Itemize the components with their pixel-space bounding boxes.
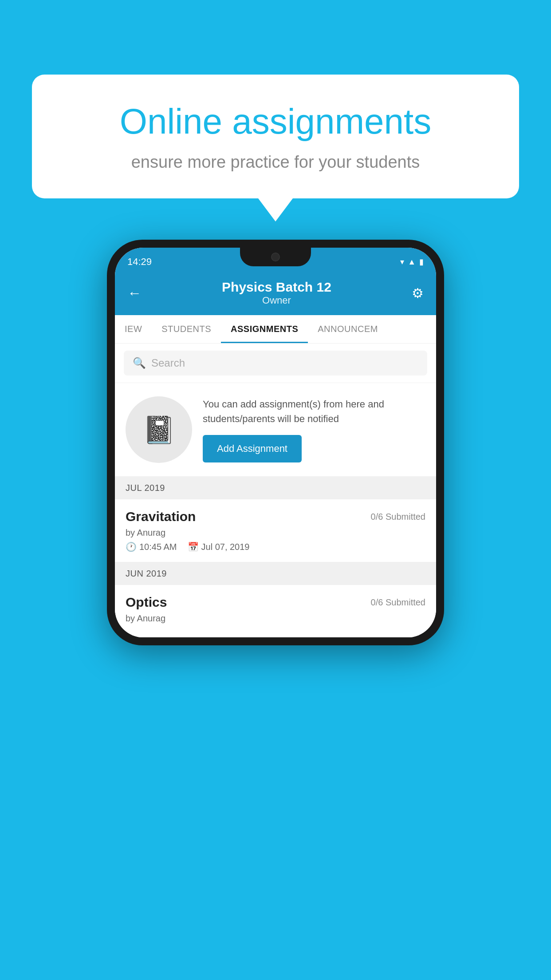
tab-assignments[interactable]: ASSIGNMENTS [221, 315, 308, 343]
tabs-bar: IEW STUDENTS ASSIGNMENTS ANNOUNCEM [115, 315, 436, 344]
assignment-submitted: 0/6 Submitted [371, 512, 425, 522]
meta-time: 🕐 10:45 AM [126, 541, 177, 552]
empty-state: 📓 You can add assignment(s) from here an… [115, 383, 436, 477]
assignment-item-gravitation[interactable]: Gravitation 0/6 Submitted by Anurag 🕐 10… [115, 499, 436, 562]
assignment-top: Gravitation 0/6 Submitted [126, 509, 425, 524]
phone-screen: 14:29 ▾ ▲ ▮ ← Physics Batch 12 Owner ⚙ I… [115, 248, 436, 637]
tab-students[interactable]: STUDENTS [152, 315, 221, 343]
section-header-jul: JUL 2019 [115, 477, 436, 499]
notebook-icon: 📓 [142, 414, 176, 446]
phone-wrapper: 14:29 ▾ ▲ ▮ ← Physics Batch 12 Owner ⚙ I… [107, 240, 444, 645]
clock-icon: 🕐 [126, 541, 137, 552]
battery-icon: ▮ [419, 257, 424, 267]
settings-icon[interactable]: ⚙ [412, 285, 424, 301]
section-header-jun: JUN 2019 [115, 562, 436, 585]
calendar-icon: 📅 [188, 541, 199, 552]
header-subtitle: Owner [222, 295, 331, 306]
search-icon: 🔍 [133, 357, 146, 369]
phone-outer: 14:29 ▾ ▲ ▮ ← Physics Batch 12 Owner ⚙ I… [107, 240, 444, 645]
speech-bubble-subtitle: ensure more practice for your students [67, 153, 484, 172]
assignment-meta: 🕐 10:45 AM 📅 Jul 07, 2019 [126, 541, 425, 552]
assignment-top-optics: Optics 0/6 Submitted [126, 595, 425, 610]
search-container: 🔍 Search [115, 344, 436, 383]
search-box[interactable]: 🔍 Search [124, 351, 427, 375]
header-title: Physics Batch 12 [222, 280, 331, 295]
assignment-name: Gravitation [126, 509, 196, 524]
wifi-icon: ▾ [400, 257, 404, 267]
speech-bubble-card: Online assignments ensure more practice … [32, 75, 519, 198]
empty-state-text: You can add assignment(s) from here and … [203, 397, 425, 462]
search-placeholder: Search [151, 357, 185, 369]
speech-bubble-title: Online assignments [67, 101, 484, 142]
assignment-time: 10:45 AM [139, 542, 177, 552]
assignment-item-optics[interactable]: Optics 0/6 Submitted by Anurag [115, 585, 436, 637]
status-time: 14:29 [127, 256, 152, 268]
meta-date: 📅 Jul 07, 2019 [188, 541, 250, 552]
status-icons: ▾ ▲ ▮ [400, 257, 424, 267]
empty-icon-circle: 📓 [126, 396, 192, 463]
phone-camera [271, 253, 280, 261]
phone-notch [240, 248, 311, 266]
header-title-block: Physics Batch 12 Owner [222, 280, 331, 306]
tab-iew[interactable]: IEW [115, 315, 152, 343]
assignment-by-optics: by Anurag [126, 613, 425, 624]
assignment-date: Jul 07, 2019 [201, 542, 250, 552]
app-header: ← Physics Batch 12 Owner ⚙ [115, 273, 436, 315]
signal-icon: ▲ [408, 257, 416, 267]
assignment-by: by Anurag [126, 528, 425, 538]
add-assignment-button[interactable]: Add Assignment [203, 435, 302, 462]
assignment-name-optics: Optics [126, 595, 167, 610]
empty-state-description: You can add assignment(s) from here and … [203, 397, 425, 426]
tab-announcements[interactable]: ANNOUNCEM [308, 315, 388, 343]
assignment-submitted-optics: 0/6 Submitted [371, 597, 425, 608]
back-button[interactable]: ← [127, 285, 142, 301]
